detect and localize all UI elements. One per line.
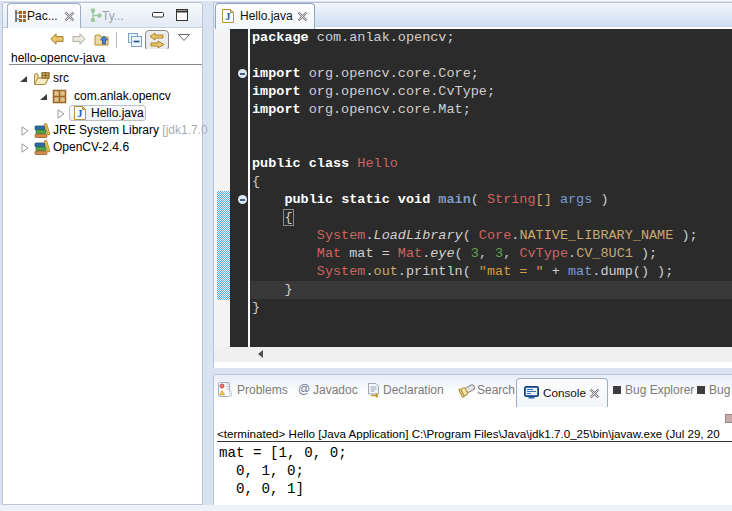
svg-text:J: J (77, 107, 83, 119)
svg-text:J: J (225, 10, 231, 22)
